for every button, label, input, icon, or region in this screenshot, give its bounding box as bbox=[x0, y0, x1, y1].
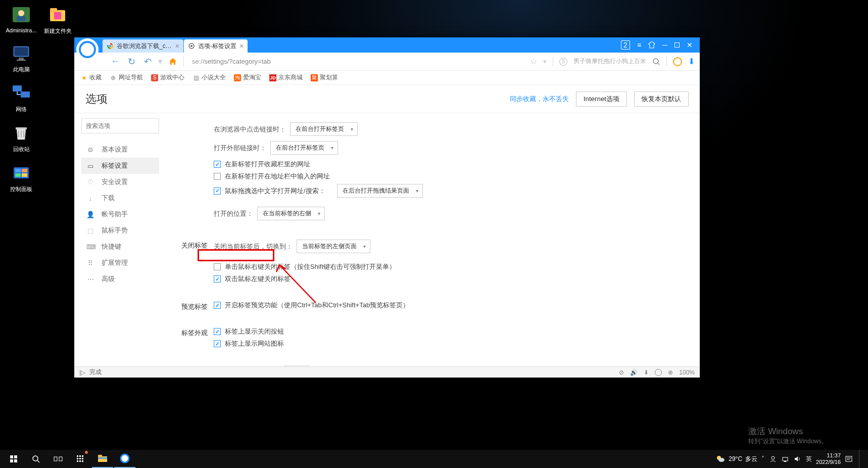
click-link-select[interactable]: 在前台打开标签页 bbox=[290, 122, 358, 136]
start-button[interactable] bbox=[3, 450, 24, 468]
sound-icon[interactable]: 🔊 bbox=[630, 369, 638, 376]
svg-rect-50 bbox=[846, 456, 852, 461]
sidebar-item-tabs[interactable]: ▭标签设置 bbox=[81, 158, 159, 174]
search-hint[interactable]: 男子骑摩托拖行小狗上百米 bbox=[573, 57, 646, 66]
block-icon[interactable]: ⊘ bbox=[619, 369, 624, 376]
tab-close-icon[interactable]: × bbox=[175, 42, 179, 50]
menu-icon[interactable]: ≡ bbox=[637, 41, 641, 49]
checkbox-checked-icon bbox=[214, 161, 221, 168]
window-count-badge[interactable]: 2 bbox=[621, 40, 630, 50]
tray-network-icon[interactable] bbox=[782, 455, 789, 462]
tray-volume-icon[interactable] bbox=[794, 455, 801, 462]
internet-options-button[interactable]: Internet选项 bbox=[576, 91, 627, 107]
bookmark-novel[interactable]: ▤小说大全 bbox=[192, 73, 226, 82]
svg-point-47 bbox=[771, 456, 775, 459]
bookmark-nav[interactable]: ⊕网址导航 bbox=[110, 73, 143, 82]
checkbox-checked-icon bbox=[214, 188, 221, 195]
download-icon[interactable]: ⬇ bbox=[644, 369, 649, 376]
undo-button[interactable]: ↶ bbox=[142, 56, 153, 67]
bookmark-ju[interactable]: 聚聚划算 bbox=[311, 73, 338, 82]
sidebar-item-download[interactable]: ↓下载 bbox=[81, 190, 159, 206]
desktop-icon-this-pc[interactable]: 此电脑 bbox=[4, 42, 38, 73]
download-icon[interactable]: ⬇ bbox=[688, 57, 695, 66]
sync-favorites-link[interactable]: 同步收藏，永不丢失 bbox=[510, 95, 569, 104]
chk-show-close[interactable]: 标签上显示关闭按钮 bbox=[214, 327, 685, 336]
checkbox-checked-icon bbox=[214, 328, 221, 335]
search-button[interactable] bbox=[25, 450, 46, 468]
tray-people-icon[interactable] bbox=[769, 455, 777, 462]
desktop-icon-administrator[interactable]: Administra... bbox=[4, 4, 38, 33]
user-icon: 👤 bbox=[86, 211, 94, 218]
taskbar-explorer[interactable] bbox=[92, 450, 113, 468]
sogou-icon: S bbox=[559, 58, 567, 66]
sidebar-item-basic[interactable]: ⚙基本设置 bbox=[81, 142, 159, 158]
tab-close-icon[interactable]: × bbox=[239, 42, 244, 50]
sidebar-item-advanced[interactable]: ⋯高级 bbox=[81, 271, 159, 287]
system-tray: ˄ 英 bbox=[761, 455, 812, 463]
svg-rect-39 bbox=[82, 460, 83, 462]
skin-icon[interactable] bbox=[648, 41, 655, 49]
annotation-red-box bbox=[198, 249, 274, 261]
back-button[interactable]: ← bbox=[110, 56, 121, 67]
zoom-in-icon[interactable]: ⊕ bbox=[668, 369, 673, 376]
browser-tab-options[interactable]: 选项-标签设置 × bbox=[184, 39, 248, 53]
reload-button[interactable]: ↻ bbox=[126, 56, 137, 67]
open-position-select[interactable]: 在当前标签的右侧 bbox=[257, 207, 325, 220]
bookmark-bar: ★收藏 ⊕网址导航 S游戏中心 ▤小说大全 淘爱淘宝 JD京东商城 聚聚划算 bbox=[74, 71, 700, 85]
bookmark-taobao[interactable]: 淘爱淘宝 bbox=[234, 73, 261, 82]
desktop-icon-network[interactable]: 网络 bbox=[4, 82, 38, 113]
svg-rect-42 bbox=[98, 457, 107, 459]
restore-defaults-button[interactable]: 恢复本页默认 bbox=[634, 91, 689, 107]
svg-rect-49 bbox=[784, 461, 786, 462]
chk-newtab-favorites[interactable]: 在新标签打开收藏栏里的网址 bbox=[214, 160, 685, 169]
minimize-button[interactable]: ─ bbox=[662, 41, 667, 49]
task-view-button[interactable] bbox=[47, 450, 69, 468]
after-close-select[interactable]: 当前标签的左侧页面 bbox=[297, 240, 370, 253]
chk-newtab-address[interactable]: 在新标签打开在地址栏中输入的网址 bbox=[214, 172, 685, 181]
notifications-icon[interactable] bbox=[845, 455, 853, 463]
sidebar-item-shortcuts[interactable]: ⌨快捷键 bbox=[81, 239, 159, 255]
drag-result-select[interactable]: 在后台打开拖拽结果页面 bbox=[337, 184, 423, 198]
hover-ms-input[interactable] bbox=[284, 365, 309, 366]
desktop-icon-control-panel[interactable]: 控制面板 bbox=[4, 162, 38, 193]
show-desktop[interactable] bbox=[859, 450, 862, 468]
taskbar-sogou-browser[interactable] bbox=[114, 450, 135, 468]
checkbox-icon bbox=[214, 263, 221, 270]
search-options-input[interactable] bbox=[81, 118, 159, 133]
close-button[interactable]: ✕ bbox=[687, 41, 693, 49]
tray-chevron-up-icon[interactable]: ˄ bbox=[761, 455, 764, 462]
gear-icon: ⚙ bbox=[86, 146, 94, 154]
chk-show-favicon[interactable]: 标签上显示网站图标 bbox=[214, 339, 685, 348]
sidebar-toggle-icon[interactable]: |▷ bbox=[79, 369, 85, 376]
windows-taskbar: 29°C 多云 ˄ 英 11:37 2022/9/16 bbox=[0, 450, 868, 468]
settings-panel[interactable]: 在浏览器中点击链接时：在前台打开标签页 打开外部链接时：在前台打开标签页 在新标… bbox=[166, 113, 700, 366]
browser-tabs: 谷歌浏览器下载_chrome × 选项-标签设置 × bbox=[103, 37, 614, 53]
desktop-icon-recycle-bin[interactable]: 回收站 bbox=[4, 122, 38, 153]
sidebar-item-security[interactable]: ♡安全设置 bbox=[81, 174, 159, 190]
chk-hover-activate[interactable]: 鼠标悬停在标签上毫秒后自动激活标签（1秒 = 1000毫秒） bbox=[214, 365, 685, 366]
svg-rect-26 bbox=[10, 459, 13, 462]
apps-button[interactable] bbox=[70, 450, 91, 468]
external-link-select[interactable]: 在前台打开标签页 bbox=[270, 141, 338, 155]
sidebar-item-account[interactable]: 👤帐号助手 bbox=[81, 206, 159, 222]
search-icon[interactable] bbox=[652, 58, 660, 66]
taskbar-clock[interactable]: 11:37 2022/9/16 bbox=[816, 452, 841, 465]
browser-tab-chrome-download[interactable]: 谷歌浏览器下载_chrome × bbox=[103, 39, 183, 53]
taskbar-weather[interactable]: 29°C 多云 bbox=[715, 454, 757, 464]
smile-icon[interactable] bbox=[673, 57, 682, 66]
maximize-button[interactable] bbox=[674, 41, 680, 49]
home-button[interactable] bbox=[167, 56, 178, 67]
svg-rect-5 bbox=[19, 58, 24, 60]
favorite-star-icon[interactable]: ☆ bbox=[530, 57, 537, 66]
bookmark-jd[interactable]: JD京东商城 bbox=[269, 73, 303, 82]
sidebar-item-mouse[interactable]: ⬚鼠标手势 bbox=[81, 222, 159, 239]
bookmark-game[interactable]: S游戏中心 bbox=[151, 73, 184, 82]
tray-ime[interactable]: 英 bbox=[806, 455, 812, 463]
address-bar[interactable]: se://settings/?category=tab bbox=[189, 58, 525, 65]
desktop-icon-new-folder[interactable]: 新建文件夹 bbox=[40, 4, 75, 35]
core-icon[interactable] bbox=[655, 369, 662, 376]
bookmark-favorites[interactable]: ★收藏 bbox=[80, 73, 102, 82]
svg-rect-14 bbox=[22, 173, 27, 177]
browser-logo-icon bbox=[76, 38, 99, 61]
sidebar-item-extensions[interactable]: ⠿扩展管理 bbox=[81, 255, 159, 271]
